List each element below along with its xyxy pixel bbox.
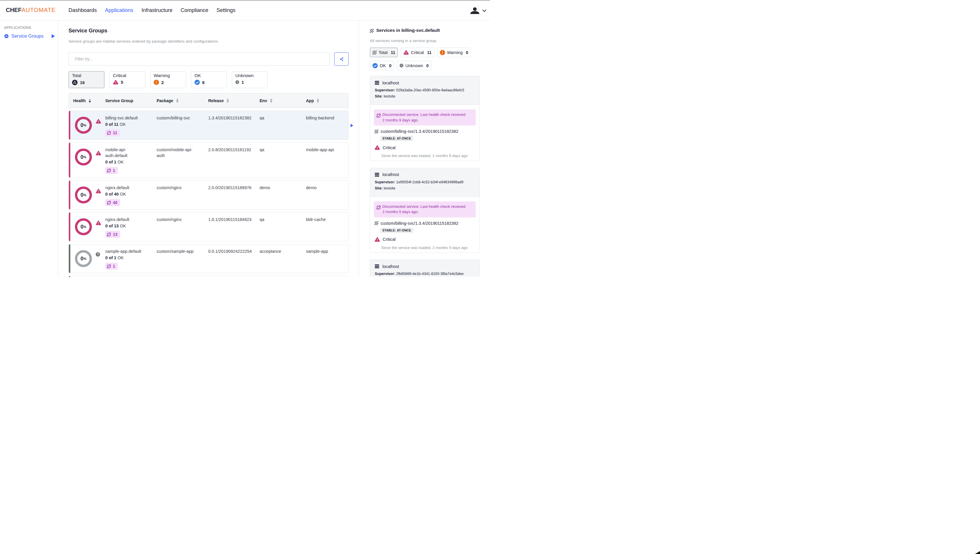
svg-text:?: ?: [97, 253, 99, 256]
svg-text:?: ?: [237, 81, 238, 84]
svg-text:?: ?: [401, 64, 402, 67]
